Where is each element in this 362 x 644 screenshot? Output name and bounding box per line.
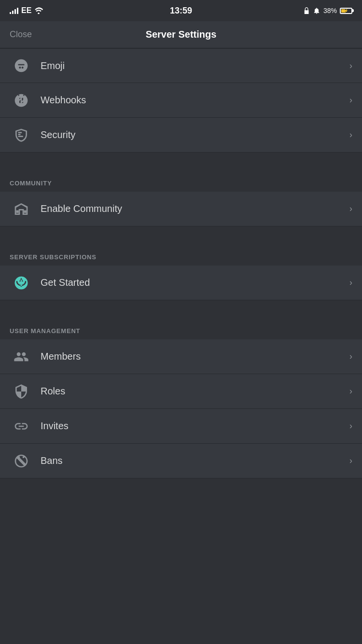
security-icon [10, 124, 33, 147]
menu-item-roles[interactable]: Roles › [0, 374, 362, 409]
status-time: 13:59 [170, 6, 192, 16]
carrier-label: EE [21, 6, 31, 15]
roles-chevron: › [349, 386, 352, 396]
members-icon [10, 345, 33, 368]
section-community: COMMUNITY Enable Community › [0, 170, 362, 226]
enable-community-chevron: › [349, 204, 352, 214]
webhooks-chevron: › [349, 95, 352, 105]
bans-icon [10, 449, 33, 473]
status-right: 38% ⚡ [304, 7, 352, 14]
menu-item-members[interactable]: Members › [0, 339, 362, 374]
roles-icon [10, 380, 33, 403]
emoji-label: Emoji [41, 60, 349, 71]
battery-icon: ⚡ [340, 8, 352, 14]
members-label: Members [41, 351, 349, 362]
security-chevron: › [349, 130, 352, 140]
get-started-label: Get Started [41, 277, 349, 288]
emoji-chevron: › [349, 61, 352, 71]
menu-item-invites[interactable]: Invites › [0, 409, 362, 444]
battery-percent: 38% [323, 7, 337, 14]
community-section-label: COMMUNITY [0, 170, 362, 192]
header: Close Server Settings [0, 21, 362, 48]
bans-chevron: › [349, 456, 352, 466]
security-label: Security [41, 129, 349, 140]
menu-item-get-started[interactable]: Get Started › [0, 266, 362, 300]
svg-rect-2 [18, 132, 22, 133]
svg-rect-4 [24, 210, 26, 212]
status-left: EE [10, 6, 43, 15]
user-management-section-label: USER MANAGEMENT [0, 318, 362, 339]
signal-icon [10, 7, 18, 14]
enable-community-label: Enable Community [41, 203, 349, 214]
section-user-management: USER MANAGEMENT Members › Roles › Invite… [0, 318, 362, 478]
webhooks-icon [10, 89, 33, 112]
svg-rect-0 [18, 134, 20, 135]
status-bar: EE 13:59 38% ⚡ [0, 0, 362, 21]
invites-label: Invites [41, 420, 349, 432]
menu-item-security[interactable]: Security › [0, 118, 362, 153]
svg-rect-3 [16, 210, 18, 212]
invites-chevron: › [349, 421, 352, 431]
page-title: Server Settings [146, 29, 217, 40]
invites-icon [10, 415, 33, 438]
menu-item-emoji[interactable]: Emoji › [0, 48, 362, 83]
close-button[interactable]: Close [10, 29, 32, 40]
menu-item-webhooks[interactable]: Webhooks › [0, 83, 362, 118]
community-icon [10, 197, 33, 221]
get-started-chevron: › [349, 278, 352, 288]
gap-3 [0, 304, 362, 318]
gap-1 [0, 156, 362, 170]
wifi-icon [34, 7, 43, 14]
svg-rect-1 [18, 136, 23, 137]
webhooks-label: Webhooks [41, 95, 349, 106]
menu-item-enable-community[interactable]: Enable Community › [0, 192, 362, 226]
bolt-icon: ⚡ [344, 9, 348, 13]
section-subscriptions: SERVER SUBSCRIPTIONS Get Started › [0, 244, 362, 300]
section-misc: Emoji › Webhooks › Security › [0, 48, 362, 153]
subscriptions-section-label: SERVER SUBSCRIPTIONS [0, 244, 362, 266]
roles-label: Roles [41, 386, 349, 397]
gap-2 [0, 230, 362, 244]
menu-item-bans[interactable]: Bans › [0, 444, 362, 478]
members-chevron: › [349, 351, 352, 362]
emoji-icon [10, 54, 33, 77]
bans-label: Bans [41, 455, 349, 466]
star-icon [10, 271, 33, 294]
lock-icon [304, 7, 310, 14]
alarm-icon [313, 7, 320, 14]
